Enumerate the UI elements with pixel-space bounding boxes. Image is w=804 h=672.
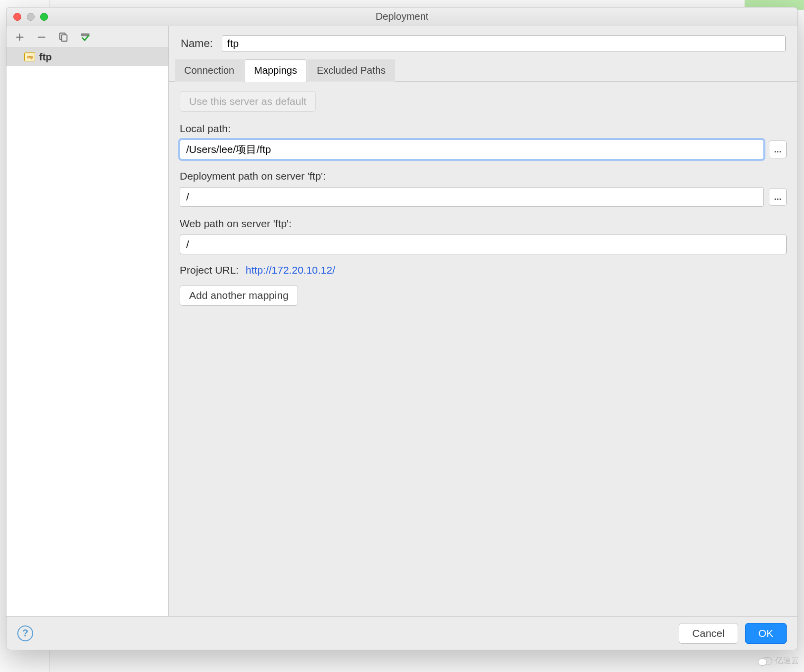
use-as-default-button: Use this server as default [180, 91, 316, 112]
tab-mappings[interactable]: Mappings [245, 59, 306, 82]
sidebar-toolbar [6, 26, 168, 48]
server-item-ftp[interactable]: sftp ftp [6, 48, 168, 66]
plus-icon [14, 32, 25, 43]
ok-button[interactable]: OK [745, 623, 787, 644]
name-input[interactable] [222, 35, 786, 52]
checkmark-icon [80, 32, 91, 43]
deploy-path-browse-button[interactable]: ... [769, 188, 787, 206]
sidebar: sftp ftp [6, 26, 169, 616]
tab-connection[interactable]: Connection [175, 59, 244, 82]
server-item-label: ftp [39, 51, 52, 63]
remove-server-button[interactable] [35, 31, 48, 44]
deployment-dialog: Deployment sftp ftp [6, 7, 798, 650]
help-icon[interactable]: ? [17, 625, 33, 641]
deploy-path-input[interactable] [180, 187, 764, 207]
watermark: 亿速云 [761, 656, 799, 666]
mappings-panel: Use this server as default Local path: .… [169, 82, 798, 616]
sftp-icon: sftp [24, 52, 35, 61]
project-url-label: Project URL: [180, 264, 239, 276]
titlebar: Deployment [6, 7, 798, 26]
watermark-text: 亿速云 [775, 656, 799, 666]
copy-icon [58, 32, 69, 43]
tabs: Connection Mappings Excluded Paths [169, 59, 798, 82]
add-server-button[interactable] [13, 31, 26, 44]
local-path-input[interactable] [180, 140, 764, 159]
deploy-path-label: Deployment path on server 'ftp': [180, 170, 787, 182]
local-path-browse-button[interactable]: ... [769, 141, 787, 158]
tab-excluded-paths[interactable]: Excluded Paths [307, 59, 395, 82]
project-url-link[interactable]: http://172.20.10.12/ [246, 264, 335, 276]
main-panel: Name: Connection Mappings Excluded Paths… [169, 26, 798, 616]
copy-server-button[interactable] [57, 31, 70, 44]
add-mapping-button[interactable]: Add another mapping [180, 285, 298, 306]
local-path-label: Local path: [180, 123, 787, 135]
server-list[interactable]: sftp ftp [6, 48, 168, 616]
cloud-icon [761, 657, 772, 665]
cancel-button[interactable]: Cancel [679, 623, 738, 644]
set-default-button[interactable] [79, 31, 92, 44]
minus-icon [36, 32, 47, 43]
dialog-title: Deployment [6, 11, 798, 22]
svg-rect-1 [61, 35, 67, 41]
name-label: Name: [181, 37, 213, 50]
web-path-input[interactable] [180, 235, 787, 254]
web-path-label: Web path on server 'ftp': [180, 218, 787, 230]
dialog-footer: ? Cancel OK [6, 616, 798, 650]
